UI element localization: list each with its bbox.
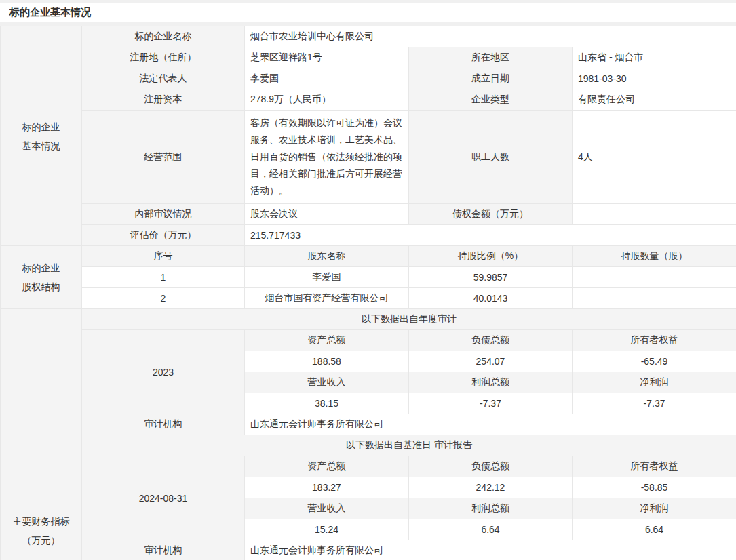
annual-revenue-value: 38.15 (245, 393, 409, 414)
annual-metrics-header-1: 2023 资产总额 负债总额 所有者权益 (1, 330, 736, 351)
annual-owner-equity-value: -65.49 (573, 351, 736, 372)
sidebar-section-basic: 标的企业 基本情况 (1, 26, 82, 246)
page: 标的企业基本情况 标的企业 基本情况 标的企业名称 烟台市农业培训中心有限公司 … (0, 0, 736, 560)
baseline-net-profit-label: 净利润 (573, 498, 736, 519)
annual-assets-value: 188.58 (245, 351, 409, 372)
equity-col-index: 序号 (82, 246, 245, 267)
baseline-liabilities-value: 242.12 (409, 477, 573, 498)
debt-amount-label: 债权金额（万元） (409, 204, 573, 225)
business-scope-label: 经营范围 (82, 111, 245, 204)
equity-1-index: 1 (82, 267, 245, 288)
row-internal-review: 内部审议情况 股东会决议 债权金额（万元） (1, 204, 736, 225)
sidebar-financial-line2: （万元） (22, 535, 60, 546)
sidebar-basic-line1: 标的企业 (22, 121, 60, 132)
baseline-total-profit-value: 6.64 (409, 519, 573, 540)
enterprise-info-table: 标的企业 基本情况 标的企业名称 烟台市农业培训中心有限公司 注册地（住所） 芝… (0, 26, 736, 560)
annual-liabilities-label: 负债总额 (409, 330, 573, 351)
equity-2-shares (573, 288, 736, 309)
equity-1-shares (573, 267, 736, 288)
region-label: 所在地区 (409, 47, 573, 68)
region-value: 山东省 - 烟台市 (573, 47, 736, 68)
registered-capital-label: 注册资本 (82, 89, 245, 111)
sidebar-equity-line2: 股权结构 (22, 281, 60, 292)
baseline-period: 2024-08-31 (82, 456, 245, 540)
annual-audit-firm-label: 审计机构 (82, 414, 245, 435)
baseline-assets-label: 资产总额 (245, 456, 409, 477)
legal-representative-label: 法定代表人 (82, 68, 245, 89)
annual-total-profit-value: -7.37 (409, 393, 573, 414)
sidebar-financial-line1: 主要财务指标 (13, 516, 70, 527)
internal-review-label: 内部审议情况 (82, 204, 245, 225)
baseline-audit-note: 以下数据出自基准日 审计报告 (82, 435, 736, 456)
annual-audit-firm-value: 山东通元会计师事务所有限公司 (245, 414, 736, 435)
founding-date-value: 1981-03-30 (573, 68, 736, 89)
equity-col-shareholder: 股东名称 (245, 246, 409, 267)
appraisal-price-value: 215.717433 (245, 225, 736, 246)
business-scope-value: 客房（有效期限以许可证为准）会议服务、农业技术培训，工艺美术品、日用百货的销售（… (245, 111, 409, 204)
baseline-net-profit-value: 6.64 (573, 519, 736, 540)
sidebar-basic-line2: 基本情况 (22, 140, 60, 151)
annual-total-profit-label: 利润总额 (409, 372, 573, 393)
staff-count-label: 职工人数 (409, 111, 573, 204)
equity-2-shareholder: 烟台市国有资产经营有限公司 (245, 288, 409, 309)
founding-date-label: 成立日期 (409, 68, 573, 89)
debt-amount-value (573, 204, 736, 225)
financial-baseline-header-row: 以下数据出自基准日 审计报告 (1, 435, 736, 456)
sidebar-section-financial: 主要财务指标 （万元） (1, 309, 82, 560)
registered-address-value: 芝罘区迎祥路1号 (245, 47, 409, 68)
baseline-audit-firm-value: 山东通元会计师事务所有限公司 (245, 540, 736, 560)
sidebar-equity-line1: 标的企业 (22, 262, 60, 273)
annual-net-profit-value: -7.37 (573, 393, 736, 414)
row-registered-address: 注册地（住所） 芝罘区迎祥路1号 所在地区 山东省 - 烟台市 (1, 47, 736, 68)
page-title: 标的企业基本情况 (0, 3, 736, 22)
row-registered-capital: 注册资本 278.9万（人民币） 企业类型 有限责任公司 (1, 89, 736, 111)
annual-net-profit-label: 净利润 (573, 372, 736, 393)
equity-header-row: 标的企业 股权结构 序号 股东名称 持股比例（%） 持股数量（股） (1, 246, 736, 267)
baseline-audit-firm-row: 审计机构 山东通元会计师事务所有限公司 (1, 540, 736, 560)
equity-2-index: 2 (82, 288, 245, 309)
annual-assets-label: 资产总额 (245, 330, 409, 351)
baseline-metrics-header-1: 2024-08-31 资产总额 负债总额 所有者权益 (1, 456, 736, 477)
baseline-assets-value: 183.27 (245, 477, 409, 498)
baseline-owner-equity-label: 所有者权益 (573, 456, 736, 477)
equity-col-ratio: 持股比例（%） (409, 246, 573, 267)
annual-audit-note: 以下数据出自年度审计 (82, 309, 736, 330)
baseline-revenue-value: 15.24 (245, 519, 409, 540)
appraisal-price-label: 评估价（万元） (82, 225, 245, 246)
row-business-scope: 经营范围 客房（有效期限以许可证为准）会议服务、农业技术培训，工艺美术品、日用百… (1, 111, 736, 204)
sidebar-section-equity: 标的企业 股权结构 (1, 246, 82, 309)
company-type-label: 企业类型 (409, 89, 573, 111)
baseline-total-profit-label: 利润总额 (409, 498, 573, 519)
internal-review-value: 股东会决议 (245, 204, 409, 225)
annual-owner-equity-label: 所有者权益 (573, 330, 736, 351)
equity-row-1: 1 李爱国 59.9857 (1, 267, 736, 288)
baseline-revenue-label: 营业收入 (245, 498, 409, 519)
financial-annual-header-row: 主要财务指标 （万元） 以下数据出自年度审计 (1, 309, 736, 330)
baseline-liabilities-label: 负债总额 (409, 456, 573, 477)
annual-revenue-label: 营业收入 (245, 372, 409, 393)
row-legal-representative: 法定代表人 李爱国 成立日期 1981-03-30 (1, 68, 736, 89)
registered-address-label: 注册地（住所） (82, 47, 245, 68)
company-name-label: 标的企业名称 (82, 26, 245, 47)
baseline-audit-firm-label: 审计机构 (82, 540, 245, 560)
staff-count-value: 4人 (573, 111, 736, 204)
annual-period: 2023 (82, 330, 245, 414)
baseline-owner-equity-value: -58.85 (573, 477, 736, 498)
annual-audit-firm-row: 审计机构 山东通元会计师事务所有限公司 (1, 414, 736, 435)
equity-1-shareholder: 李爱国 (245, 267, 409, 288)
equity-col-shares: 持股数量（股） (573, 246, 736, 267)
company-type-value: 有限责任公司 (573, 89, 736, 111)
row-company-name: 标的企业 基本情况 标的企业名称 烟台市农业培训中心有限公司 (1, 26, 736, 47)
equity-2-ratio: 40.0143 (409, 288, 573, 309)
legal-representative-value: 李爱国 (245, 68, 409, 89)
annual-liabilities-value: 254.07 (409, 351, 573, 372)
equity-1-ratio: 59.9857 (409, 267, 573, 288)
row-appraisal-price: 评估价（万元） 215.717433 (1, 225, 736, 246)
registered-capital-value: 278.9万（人民币） (245, 89, 409, 111)
equity-row-2: 2 烟台市国有资产经营有限公司 40.0143 (1, 288, 736, 309)
company-name-value: 烟台市农业培训中心有限公司 (245, 26, 736, 47)
